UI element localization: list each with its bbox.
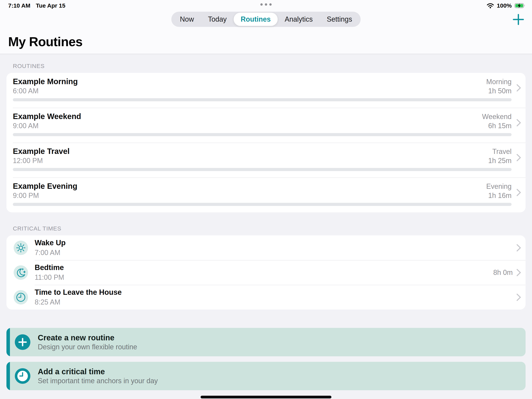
- routine-title: Example Travel: [13, 147, 70, 156]
- critical-title: Time to Leave the House: [35, 288, 513, 296]
- routine-duration: 1h 50m: [488, 86, 512, 96]
- chevron-right-icon: [516, 244, 521, 252]
- routine-start-time: 9:00 PM: [13, 191, 39, 200]
- page-title: My Routines: [8, 34, 82, 49]
- critical-time: 8:25 AM: [35, 298, 513, 306]
- moon-stars-icon: [14, 265, 28, 280]
- chevron-right-icon: [516, 293, 521, 302]
- routine-title: Example Evening: [13, 181, 77, 191]
- chevron-right-icon: [512, 183, 521, 202]
- critical-time: 11:00 PM: [35, 273, 493, 282]
- routine-start-time: 6:00 AM: [13, 86, 38, 96]
- critical-time: 7:00 AM: [35, 249, 513, 257]
- routines-list: Example Morning Morning 6:00 AM 1h 50m E…: [6, 73, 526, 212]
- routine-progress-track: [13, 203, 512, 206]
- routine-row-example-evening[interactable]: Example Evening Evening 9:00 PM 1h 16m: [6, 178, 526, 212]
- main-content: ROUTINES Example Morning Morning 6:00 AM…: [0, 55, 532, 399]
- routine-title: Example Morning: [13, 77, 78, 86]
- tab-settings[interactable]: Settings: [320, 13, 359, 26]
- section-header-routines: ROUTINES: [13, 55, 526, 69]
- routine-progress-track: [13, 133, 512, 136]
- routine-tag: Travel: [492, 147, 512, 156]
- status-date: Tue Apr 15: [36, 2, 65, 9]
- clock-icon: [15, 368, 30, 384]
- tab-today[interactable]: Today: [201, 13, 234, 26]
- sun-icon: [14, 241, 28, 255]
- routine-row-example-morning[interactable]: Example Morning Morning 6:00 AM 1h 50m: [6, 73, 526, 108]
- accent-bar: [6, 362, 10, 390]
- battery-percent: 100%: [497, 2, 512, 9]
- routine-progress-track: [13, 168, 512, 171]
- chevron-right-icon: [512, 79, 521, 97]
- tab-analytics[interactable]: Analytics: [278, 13, 320, 26]
- action-subtitle: Set important time anchors in your day: [38, 377, 158, 385]
- tab-routines[interactable]: Routines: [234, 13, 278, 26]
- action-subtitle: Design your own flexible routine: [38, 343, 137, 351]
- critical-title: Bedtime: [35, 264, 493, 272]
- routine-duration: 6h 15m: [488, 121, 512, 130]
- action-title: Create a new routine: [38, 333, 137, 342]
- tab-bar: Now Today Routines Analytics Settings: [171, 12, 361, 27]
- routine-duration: 1h 25m: [488, 156, 512, 165]
- multitasking-indicator[interactable]: [260, 3, 272, 6]
- critical-duration: 8h 0m: [493, 269, 513, 277]
- accent-bar: [6, 328, 10, 356]
- create-routine-button[interactable]: Create a new routine Design your own fle…: [6, 328, 526, 356]
- routine-progress-track: [13, 98, 512, 101]
- routine-duration: 1h 16m: [488, 191, 512, 200]
- wifi-icon: [487, 3, 494, 8]
- routine-tag: Morning: [486, 77, 512, 86]
- routine-row-example-travel[interactable]: Example Travel Travel 12:00 PM 1h 25m: [6, 143, 526, 178]
- plus-icon: [512, 13, 525, 26]
- routine-row-example-weekend[interactable]: Example Weekend Weekend 9:00 AM 6h 15m: [6, 108, 526, 143]
- critical-times-list: Wake Up 7:00 AM Bedtime 11:00 PM 8h 0m: [6, 235, 526, 309]
- chevron-right-icon: [512, 114, 521, 132]
- chevron-right-icon: [516, 268, 521, 277]
- clock-icon: [14, 290, 28, 304]
- home-indicator[interactable]: [201, 396, 331, 399]
- critical-row-time-to-leave[interactable]: Time to Leave the House 8:25 AM: [6, 285, 526, 309]
- status-time: 7:10 AM: [8, 2, 30, 9]
- battery-charging-icon: [514, 3, 525, 8]
- routine-start-time: 12:00 PM: [13, 156, 43, 165]
- critical-row-bedtime[interactable]: Bedtime 11:00 PM 8h 0m: [6, 260, 526, 285]
- add-critical-time-button[interactable]: Add a critical time Set important time a…: [6, 362, 526, 390]
- routine-tag: Weekend: [482, 112, 512, 121]
- critical-row-wake-up[interactable]: Wake Up 7:00 AM: [6, 235, 526, 260]
- action-title: Add a critical time: [38, 367, 158, 376]
- chevron-right-icon: [512, 148, 521, 167]
- add-button[interactable]: [511, 13, 525, 26]
- plus-icon: [15, 334, 30, 350]
- section-header-critical-times: CRITICAL TIMES: [13, 212, 526, 232]
- critical-title: Wake Up: [35, 239, 513, 247]
- routine-start-time: 9:00 AM: [13, 121, 38, 130]
- header: 7:10 AM Tue Apr 15 100%: [0, 0, 532, 54]
- tab-now[interactable]: Now: [173, 13, 201, 26]
- routine-tag: Evening: [486, 182, 512, 191]
- routine-title: Example Weekend: [13, 112, 81, 121]
